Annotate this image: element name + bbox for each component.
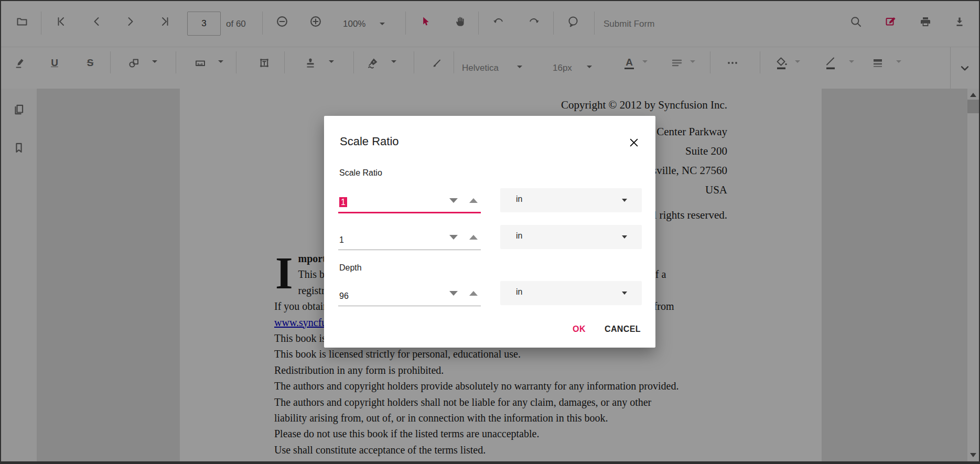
depth-increment-button[interactable] (469, 291, 478, 296)
depth-label: Depth (339, 263, 362, 273)
ratio-numerator-input[interactable]: 1 (338, 189, 481, 213)
depth-unit-value: in (516, 287, 522, 297)
scale-ratio-label: Scale Ratio (339, 168, 382, 178)
dialog-actions: OK CANCEL (573, 325, 641, 334)
depth-value: 96 (339, 292, 349, 301)
numerator-decrement-button[interactable] (449, 198, 458, 203)
numerator-unit-value: in (516, 195, 522, 204)
dialog-title: Scale Ratio (340, 135, 399, 148)
depth-unit-dropdown[interactable]: in (500, 281, 642, 305)
chevron-down-icon (622, 292, 627, 295)
chevron-down-icon (622, 235, 627, 239)
chevron-down-icon (622, 199, 627, 202)
ratio-numerator-value: 1 (339, 197, 347, 207)
pdf-viewer-window: 3 of 60 100% Submit Form (0, 0, 980, 464)
depth-input[interactable]: 96 (338, 282, 481, 306)
numerator-increment-button[interactable] (469, 198, 478, 203)
cancel-button[interactable]: CANCEL (605, 325, 641, 334)
depth-decrement-button[interactable] (449, 291, 458, 296)
ratio-numerator-unit-dropdown[interactable]: in (500, 188, 642, 212)
ratio-denominator-input[interactable]: 1 (338, 226, 481, 250)
scale-ratio-dialog: Scale Ratio Scale Ratio 1 in 1 in Depth (324, 116, 655, 348)
denominator-unit-value: in (516, 231, 522, 241)
ratio-denominator-unit-dropdown[interactable]: in (500, 225, 642, 249)
ratio-denominator-value: 1 (339, 235, 344, 245)
dialog-close-button[interactable] (628, 137, 640, 148)
denominator-increment-button[interactable] (469, 235, 478, 240)
close-icon (628, 137, 640, 148)
ok-button[interactable]: OK (573, 325, 586, 334)
denominator-decrement-button[interactable] (449, 235, 458, 240)
